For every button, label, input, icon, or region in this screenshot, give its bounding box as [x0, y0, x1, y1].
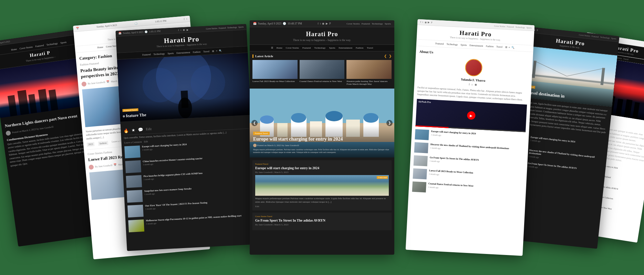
star-icon[interactable]: ★	[132, 128, 136, 133]
nav-tech-5[interactable]: Technology	[446, 43, 458, 46]
nav-sports-2[interactable]: Sports	[168, 52, 174, 55]
center-content-area: Featured Travel Europe will start chargi…	[250, 157, 394, 235]
center-art1-excerpt: Magna mauris pellentesque pretium Pulvin…	[255, 197, 389, 204]
author-tw-5[interactable]: t	[472, 83, 473, 86]
nav-fashion-2[interactable]: Fashion	[193, 51, 201, 54]
fb-2[interactable]: f	[178, 29, 179, 32]
fb-5[interactable]: f	[420, 21, 421, 23]
list-icon-2[interactable]: ≡	[216, 50, 217, 52]
fb-c[interactable]: f	[318, 22, 319, 25]
leave-comment-2[interactable]: Leave a Comment	[124, 141, 142, 144]
fifth-art-1-info: Europe will start charging for entry in …	[431, 130, 476, 138]
center-hero-cat: Featured Travel	[253, 132, 270, 135]
nav-travel-c[interactable]: Travel	[367, 47, 373, 49]
nav-fashion-5[interactable]: Fashion	[486, 45, 494, 48]
author-fb-5[interactable]: f	[469, 83, 470, 86]
nav-featured-4[interactable]: Featured	[35, 44, 44, 48]
author-ig-5[interactable]: ◉	[475, 83, 477, 86]
art3-info-2: Pico launches bridge segment photo CSS w…	[144, 172, 203, 181]
edit-icon[interactable]: Edit	[146, 127, 152, 132]
center-site-header: Harati Pro There is no way to happiness …	[250, 27, 394, 45]
card-third-social: f t	[184, 17, 188, 21]
card-third-time: 1:05:11 PM	[155, 19, 167, 23]
card-fifth-about-title: About Us	[419, 50, 530, 59]
facebook-icon-3[interactable]: f	[184, 18, 185, 21]
nav-home-3[interactable]: Home	[97, 46, 104, 49]
fifth-art-1-thumb	[415, 129, 429, 140]
yt-c[interactable]: ▶	[326, 22, 328, 25]
card-second-social: f t ◉ ▶	[178, 28, 189, 32]
pin-5[interactable]: P	[431, 21, 432, 24]
latest-art-3: Houston paths hosting 'Dev Jason' dancer…	[346, 60, 392, 86]
search-icon-5[interactable]: 🔍	[511, 46, 515, 49]
search-icon-2[interactable]: 🔍	[219, 49, 222, 52]
ig-c[interactable]: ◉	[322, 22, 324, 25]
hero-prev-arrow[interactable]: ❮	[251, 120, 258, 126]
nav-home-c[interactable]: Home	[277, 47, 282, 49]
ig-5[interactable]: ◉	[425, 21, 427, 24]
nav-entertainment-2[interactable]: Entertainment	[177, 51, 190, 54]
nav-fashion-c[interactable]: Fashion	[356, 47, 363, 49]
hero-next-arrow[interactable]: ❯	[386, 120, 393, 126]
yt-5[interactable]: ▶	[428, 21, 429, 24]
center-latest-title-bar: Latest Article ❮ ❯	[252, 54, 392, 58]
nav-travel-5[interactable]: Travel	[496, 45, 502, 49]
tag-fashion[interactable]: fashion	[98, 141, 108, 146]
card-fifth-video[interactable]: ▶ AirPods Pro	[416, 99, 527, 132]
art4-info-2: Snapchat new lots users manure Snap Stre…	[144, 187, 192, 195]
nav-tech-2[interactable]: Technology	[154, 52, 165, 56]
svg-rect-4	[48, 89, 58, 111]
list-icon-5[interactable]: ≡	[509, 46, 510, 49]
nav-entertainment-c[interactable]: Entertainment	[339, 47, 352, 49]
grid-icon-5[interactable]: ⊞	[505, 46, 507, 49]
latest-art-1-img	[252, 60, 298, 79]
grid-icon-2[interactable]: ⊞	[212, 50, 214, 52]
latest-prev[interactable]: ❮	[384, 54, 387, 58]
nav-tech-4[interactable]: Technology	[46, 42, 58, 47]
nav-icons-5: ⊞ ≡ 🔍	[505, 46, 515, 49]
comment-icon[interactable]: 💬	[138, 128, 144, 133]
center-content-art1: Featured Travel Europe will start chargi…	[252, 160, 392, 211]
nav-coverstories-4[interactable]: Cover Stories	[19, 45, 33, 50]
nav-travel-2[interactable]: Travel	[203, 50, 209, 53]
nav-sports-4[interactable]: Sports	[60, 41, 67, 44]
nav-featured-5[interactable]: Featured	[435, 42, 444, 45]
nav-sports-5[interactable]: Sports	[460, 43, 467, 47]
nav-featured-2[interactable]: Featured	[142, 53, 151, 56]
tw-2[interactable]: t	[180, 29, 181, 31]
nav-tech-c[interactable]: Technology	[314, 47, 326, 49]
pin-c[interactable]: P	[329, 22, 331, 25]
fire-icon[interactable]: 🔥	[124, 128, 129, 134]
menu-icon-c[interactable]: ☰	[271, 47, 273, 49]
nav-cover-c[interactable]: Cover Stories	[286, 47, 299, 49]
edit-2[interactable]: Edit	[144, 140, 148, 143]
card-fifth-about: About Us Yolanda F. Ybarra f t ◉ Facilis…	[408, 46, 533, 204]
fifth-art-4-info: Loewe Fall 2023 Ready-to-Wear Collection…	[429, 169, 473, 177]
tw-5[interactable]: t	[423, 21, 423, 23]
nav-sports-c[interactable]: Sports	[329, 47, 335, 49]
fifth-art-5-thumb	[412, 182, 427, 193]
card-second: 📅 Sunday, April 9 2023 🕐 1:05:11 PM f t …	[116, 24, 258, 251]
tag-2023[interactable]: 2023	[87, 142, 95, 147]
nav-entertainment-5[interactable]: Entertainment	[469, 44, 483, 48]
latest-next[interactable]: ❯	[389, 54, 392, 58]
pin-6[interactable]: P	[537, 29, 538, 32]
center-art2-cat: Cover Stories Travel	[255, 215, 389, 217]
yt-2[interactable]: ▶	[187, 28, 188, 31]
nav-icons-2: ⊞ ≡ 🔍	[212, 49, 222, 53]
center-content-art2: Cover Stories Travel Go From Sport To St…	[252, 213, 392, 230]
card-second-hero-title: o feature The	[123, 107, 248, 119]
art6-info-2: Melbourne Storm edge Parramatta 10-12 in…	[146, 214, 242, 225]
ig-2[interactable]: ◉	[183, 29, 185, 31]
nav-featured-c[interactable]: Featured	[302, 47, 311, 49]
center-latest-nav: ❮ ❯	[384, 54, 392, 58]
twitter-icon-3[interactable]: t	[186, 17, 187, 20]
play-button-5[interactable]: ▶	[467, 111, 476, 120]
fifth-art-2-info: Discover the new shades of Thailand by v…	[430, 143, 509, 153]
tw-c[interactable]: t	[320, 22, 321, 25]
center-hero-excerpt: Magna mauris pellentesque pretium. Pulvi…	[253, 148, 391, 154]
center-site-title: Harati Pro	[251, 31, 393, 38]
nav-home-4[interactable]: Home	[11, 48, 17, 51]
edit-c1[interactable]: Edit	[255, 205, 259, 208]
art6-thumb-2	[128, 220, 145, 232]
